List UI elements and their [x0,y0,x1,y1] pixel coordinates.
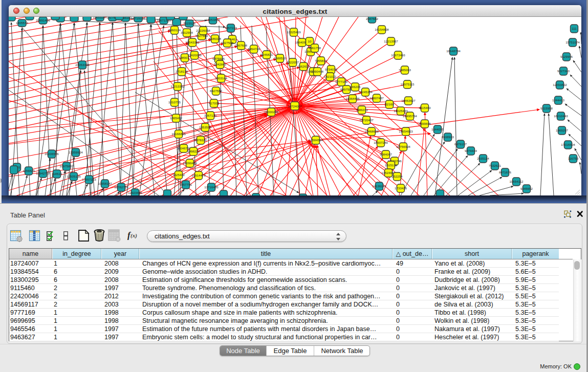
svg-text:1353594: 1353594 [199,125,212,129]
svg-text:23053346: 23053346 [75,63,90,67]
svg-text:9457791: 9457791 [180,183,192,186]
svg-text:12505135: 12505135 [67,174,81,178]
svg-text:9734078: 9734078 [325,68,338,71]
svg-text:16782759: 16782759 [114,185,128,189]
svg-text:1615132: 1615132 [385,163,398,167]
svg-text:5875685: 5875685 [212,57,225,60]
svg-text:62160: 62160 [385,102,394,106]
svg-text:12975115: 12975115 [400,82,415,86]
svg-text:16914479: 16914479 [191,173,206,177]
svg-text:16543362: 16543362 [185,40,200,44]
svg-text:10756928: 10756928 [396,145,410,148]
svg-text:1010755: 1010755 [168,100,181,104]
svg-text:19654923: 19654923 [399,129,413,133]
svg-text:7955812: 7955812 [315,59,328,62]
svg-text:16210443: 16210443 [554,114,568,118]
svg-text:18300295: 18300295 [264,110,278,114]
svg-text:9474444: 9474444 [465,149,477,152]
svg-text:2718176: 2718176 [176,70,188,73]
svg-text:15720407: 15720407 [359,118,374,122]
svg-text:10719155: 10719155 [131,17,145,20]
svg-text:14136141: 14136141 [372,184,386,188]
svg-text:116753: 116753 [568,157,579,160]
svg-text:19166825: 19166825 [171,132,186,136]
svg-text:9777169: 9777169 [335,80,348,83]
svg-text:10653287: 10653287 [93,17,107,19]
svg-text:10807487: 10807487 [369,96,384,100]
svg-text:9699695: 9699695 [419,122,431,125]
svg-text:9242845: 9242845 [214,62,227,66]
svg-text:10654112: 10654112 [509,180,524,183]
svg-text:12942757: 12942757 [36,171,50,175]
svg-text:8660124: 8660124 [168,28,181,32]
svg-text:23420046: 23420046 [187,53,202,57]
svg-text:9129946: 9129946 [560,55,573,58]
svg-text:417006: 417006 [209,101,220,105]
svg-text:21364436: 21364436 [345,97,360,100]
svg-text:1990448: 1990448 [311,70,324,73]
svg-text:10958187: 10958187 [98,182,112,185]
svg-text:1421022: 1421022 [324,75,337,78]
svg-text:17359924: 17359924 [69,150,83,154]
svg-text:252254: 252254 [392,174,403,178]
svg-text:3912954: 3912954 [181,31,193,34]
svg-text:8322057: 8322057 [287,60,299,64]
svg-text:1162615: 1162615 [297,64,310,68]
svg-text:15751074: 15751074 [565,40,580,44]
svg-text:8427552: 8427552 [210,89,223,93]
svg-text:7857224: 7857224 [225,26,237,30]
svg-text:9115460: 9115460 [419,106,431,110]
svg-text:6961758: 6961758 [309,46,321,50]
svg-text:9084067: 9084067 [380,152,393,156]
svg-text:2367608: 2367608 [235,43,248,47]
svg-text:18724007: 18724007 [288,104,302,108]
svg-text:5498222: 5498222 [187,149,200,153]
svg-text:9215958: 9215958 [540,106,553,110]
svg-text:10025433: 10025433 [394,109,408,113]
svg-text:1969297: 1969297 [556,128,569,132]
svg-text:746206: 746206 [350,85,361,89]
svg-text:10975867: 10975867 [59,164,74,168]
svg-text:20991406: 20991406 [36,18,50,22]
svg-text:6479197: 6479197 [454,142,467,146]
svg-text:1644095: 1644095 [431,127,444,131]
svg-text:12213362: 12213362 [170,84,185,88]
svg-text:2803144: 2803144 [215,76,228,80]
svg-text:23226058: 23226058 [196,29,210,32]
svg-text:14099489: 14099489 [183,161,197,165]
svg-text:9327508: 9327508 [221,41,234,45]
svg-text:17016504: 17016504 [561,143,575,146]
svg-text:1244413: 1244413 [552,98,565,102]
svg-text:8938933: 8938933 [442,135,454,139]
svg-text:17957223: 17957223 [82,178,96,181]
svg-text:8186328: 8186328 [209,37,222,40]
svg-text:20206586: 20206586 [45,152,59,156]
svg-text:10973493: 10973493 [391,53,405,57]
svg-text:23495764: 23495764 [403,114,417,118]
svg-text:9146821: 9146821 [260,53,273,56]
svg-text:16245354: 16245354 [358,90,373,94]
svg-text:8454749: 8454749 [248,47,260,51]
svg-text:1405572: 1405572 [16,21,29,25]
svg-text:3267130: 3267130 [204,114,217,117]
svg-text:9245652: 9245652 [520,187,533,190]
svg-text:7986372: 7986372 [356,108,368,112]
svg-text:1588520: 1588520 [274,56,287,60]
svg-text:(x): (x) [130,232,137,239]
svg-text:2935114: 2935114 [477,157,489,160]
svg-text:12093822: 12093822 [553,83,567,86]
svg-text:13584594: 13584594 [309,138,323,142]
svg-text:7625402: 7625402 [172,173,185,177]
svg-text:16154808: 16154808 [375,28,389,31]
svg-text:2087682: 2087682 [366,17,379,20]
svg-text:111: 111 [572,27,577,30]
svg-text:12923446: 12923446 [128,191,142,194]
svg-text:16648784: 16648784 [446,49,461,53]
svg-text:7632621: 7632621 [489,164,502,167]
svg-text:18907249: 18907249 [374,141,388,144]
svg-text:10: 10 [308,39,312,43]
svg-text:1733426: 1733426 [395,186,407,190]
svg-text:10468609: 10468609 [364,129,379,133]
svg-text:1865492: 1865492 [170,116,183,120]
svg-text:18463627: 18463627 [401,99,416,102]
